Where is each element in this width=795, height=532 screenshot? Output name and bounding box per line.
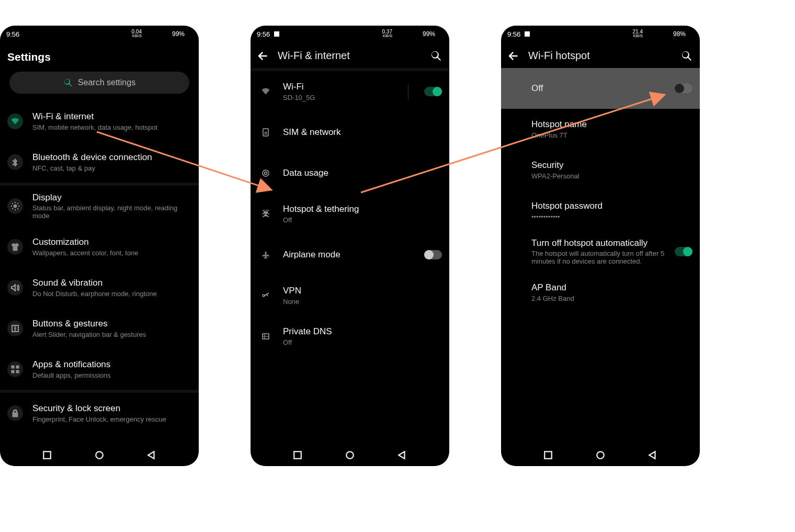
row-title: Data usage <box>283 168 442 178</box>
status-speed: 0.04KB/S <box>132 30 142 38</box>
search-icon[interactable] <box>681 50 692 62</box>
toggle-wifi[interactable] <box>424 87 442 96</box>
row-text: Hotspot & tetheringOff <box>283 204 442 223</box>
row-title: Apps & notifications <box>32 359 191 370</box>
row-subtitle: Default apps, permissions <box>32 371 191 379</box>
row-hotspot[interactable]: Hotspot & tetheringOff <box>251 194 449 234</box>
screen-settings: 9:56 0.04KB/S 99% Settings Search settin… <box>0 26 199 466</box>
row-customization[interactable]: CustomizationWallpapers, accent color, f… <box>0 227 199 267</box>
row-buttons[interactable]: Buttons & gesturesAlert Slider, navigati… <box>0 308 199 349</box>
row-title: Hotspot name <box>531 119 692 130</box>
grid-icon <box>7 361 23 377</box>
row-display[interactable]: DisplayStatus bar, ambient display, nigh… <box>0 186 199 227</box>
row-sim[interactable]: SIM & network <box>251 112 449 153</box>
row-wifi[interactable]: Wi-FiSD-10_5G <box>251 71 449 112</box>
nav-home[interactable] <box>596 450 605 460</box>
nav-back[interactable] <box>648 450 657 460</box>
row-subtitle: Wallpapers, accent color, font, tone <box>32 249 191 257</box>
row-text: Apps & notificationsDefault apps, permis… <box>32 359 191 379</box>
status-battery: 99% <box>172 30 185 38</box>
toggle-hotspot-switch[interactable] <box>675 84 692 93</box>
battery-icon <box>688 30 694 38</box>
app-bar: Wi-Fi hotspot <box>501 42 700 68</box>
row-text: Security & lock screenFingerprint, Face … <box>32 403 191 423</box>
row-text: Off <box>531 83 665 94</box>
lock-icon <box>7 405 23 421</box>
row-subtitle: WPA2-Personal <box>531 172 692 180</box>
data-icon <box>258 165 274 181</box>
row-title: VPN <box>283 286 442 296</box>
row-title: Wi-Fi & internet <box>32 111 191 122</box>
wifi-internet-list[interactable]: Wi-FiSD-10_5GSIM & networkData usageHots… <box>251 71 449 444</box>
page-title: Wi-Fi & internet <box>278 50 421 62</box>
row-wifi-internet[interactable]: Wi-Fi & internetSIM, mobile network, dat… <box>0 101 199 142</box>
signal-icon <box>655 31 662 37</box>
bluetooth-icon <box>7 154 23 170</box>
page-title: Settings <box>0 42 199 70</box>
nav-home[interactable] <box>345 450 355 460</box>
row-vpn[interactable]: VPNNone <box>251 275 449 316</box>
row-apps[interactable]: Apps & notificationsDefault apps, permis… <box>0 349 199 390</box>
row-title: Buttons & gestures <box>32 319 191 329</box>
vpn-icon <box>258 288 274 303</box>
row-hotspot-switch[interactable]: Off <box>501 68 700 109</box>
airplane-icon <box>258 247 274 263</box>
back-icon[interactable] <box>508 51 519 61</box>
row-text: Wi-FiSD-10_5G <box>283 82 399 101</box>
nav-recents[interactable] <box>293 450 302 460</box>
signal-icon <box>154 31 161 37</box>
nav-home[interactable] <box>95 450 104 460</box>
row-text: Sound & vibrationDo Not Disturb, earphon… <box>32 278 191 297</box>
row-title: Sound & vibration <box>32 278 191 288</box>
row-data[interactable]: Data usage <box>251 153 449 194</box>
toggle-auto-off[interactable] <box>675 247 692 256</box>
row-text: SecurityWPA2-Personal <box>531 160 692 179</box>
row-password[interactable]: Hotspot password•••••••••••• <box>501 190 700 231</box>
row-sound[interactable]: Sound & vibrationDo Not Disturb, earphon… <box>0 267 199 308</box>
settings-list[interactable]: Wi-Fi & internetSIM, mobile network, dat… <box>0 101 199 444</box>
brightness-icon <box>7 198 23 214</box>
toggle-airplane[interactable] <box>424 250 442 259</box>
nav-back[interactable] <box>398 450 407 460</box>
row-ap-band[interactable]: AP Band2.4 GHz Band <box>501 272 700 313</box>
row-subtitle: SIM, mobile network, data usage, hotspot <box>32 123 191 131</box>
hotspot-list[interactable]: OffHotspot nameOnePlus 7TSecurityWPA2-Pe… <box>501 68 700 444</box>
search-icon[interactable] <box>430 50 442 62</box>
status-time: 9:56 <box>6 30 19 38</box>
row-text: Data usage <box>283 168 442 178</box>
row-text: SIM & network <box>283 127 442 138</box>
row-bluetooth[interactable]: Bluetooth & device connectionNFC, cast, … <box>0 142 199 183</box>
nav-recents[interactable] <box>42 450 52 460</box>
status-bar: 9:56 21.4KB/S 98% <box>501 26 700 42</box>
status-battery: 99% <box>423 30 435 38</box>
nav-recents[interactable] <box>543 450 553 460</box>
nav-back[interactable] <box>147 450 156 460</box>
row-auto-off[interactable]: Turn off hotspot automaticallyThe hotspo… <box>501 231 700 272</box>
row-text: Private DNSOff <box>283 326 442 346</box>
row-security[interactable]: Security & lock screenFingerprint, Face … <box>0 393 199 434</box>
row-hotspot-name[interactable]: Hotspot nameOnePlus 7T <box>501 109 700 150</box>
row-subtitle: Off <box>283 216 442 224</box>
row-security[interactable]: SecurityWPA2-Personal <box>501 150 700 190</box>
row-privacy[interactable]: PrivacyPermissions, personal data <box>0 434 199 444</box>
row-text: Wi-Fi & internetSIM, mobile network, dat… <box>32 111 191 131</box>
row-airplane[interactable]: Airplane mode <box>251 234 449 275</box>
row-subtitle: Fingerprint, Face Unlock, emergency resc… <box>32 415 191 423</box>
row-subtitle: •••••••••••• <box>531 213 692 221</box>
row-subtitle: Status bar, ambient display, night mode,… <box>32 204 191 220</box>
row-text: DisplayStatus bar, ambient display, nigh… <box>32 193 191 220</box>
back-icon[interactable] <box>258 51 268 61</box>
divider <box>408 84 408 99</box>
search-settings[interactable]: Search settings <box>9 72 189 94</box>
row-subtitle: The hotspot will automatically turn off … <box>531 250 665 265</box>
nav-bar <box>501 444 700 466</box>
row-text: Hotspot password•••••••••••• <box>531 201 692 220</box>
signal-icon <box>414 31 420 37</box>
row-dns[interactable]: Private DNSOff <box>251 316 449 357</box>
wifi-icon <box>258 84 274 99</box>
row-title: AP Band <box>531 282 692 293</box>
row-subtitle: NFC, cast, tap & pay <box>32 164 191 172</box>
row-text: Bluetooth & device connectionNFC, cast, … <box>32 152 191 172</box>
row-subtitle: SD-10_5G <box>283 94 399 101</box>
row-text: Airplane mode <box>283 250 415 260</box>
